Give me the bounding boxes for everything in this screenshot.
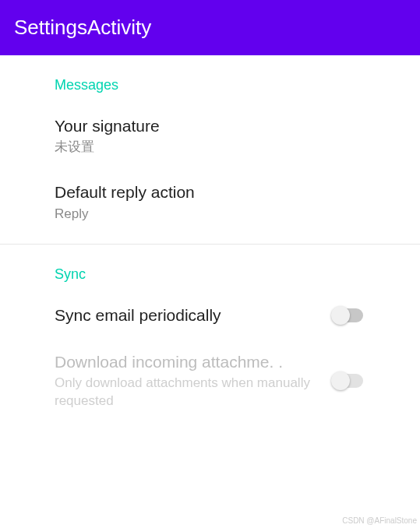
pref-title: Sync email periodically bbox=[55, 304, 316, 326]
pref-text: Download incoming attachme. . Only downl… bbox=[55, 351, 316, 410]
pref-reply-action[interactable]: Default reply action Reply bbox=[0, 169, 420, 235]
app-bar: SettingsActivity bbox=[0, 0, 420, 55]
section-header-sync: Sync bbox=[0, 245, 420, 292]
watermark: CSDN @AFinalStone bbox=[342, 516, 417, 525]
pref-sync-periodic[interactable]: Sync email periodically bbox=[0, 292, 420, 339]
pref-summary: Reply bbox=[55, 206, 365, 224]
pref-title: Default reply action bbox=[55, 181, 365, 203]
pref-text: Sync email periodically bbox=[55, 304, 316, 326]
pref-title: Your signature bbox=[55, 115, 365, 137]
settings-content: Messages Your signature 未设置 Default repl… bbox=[0, 55, 420, 423]
pref-summary: Only download attachments when manually … bbox=[55, 375, 316, 410]
section-header-messages: Messages bbox=[0, 55, 420, 103]
switch-download-attachments bbox=[331, 372, 365, 389]
pref-summary: 未设置 bbox=[55, 139, 365, 157]
switch-sync-periodic[interactable] bbox=[331, 307, 365, 324]
switch-thumb bbox=[331, 306, 350, 325]
pref-title: Download incoming attachme. . bbox=[55, 351, 316, 373]
pref-text: Default reply action Reply bbox=[55, 181, 365, 223]
switch-thumb bbox=[331, 371, 350, 390]
app-title: SettingsActivity bbox=[14, 16, 151, 39]
pref-text: Your signature 未设置 bbox=[55, 115, 365, 157]
pref-download-attachments: Download incoming attachme. . Only downl… bbox=[0, 339, 420, 423]
pref-signature[interactable]: Your signature 未设置 bbox=[0, 103, 420, 169]
